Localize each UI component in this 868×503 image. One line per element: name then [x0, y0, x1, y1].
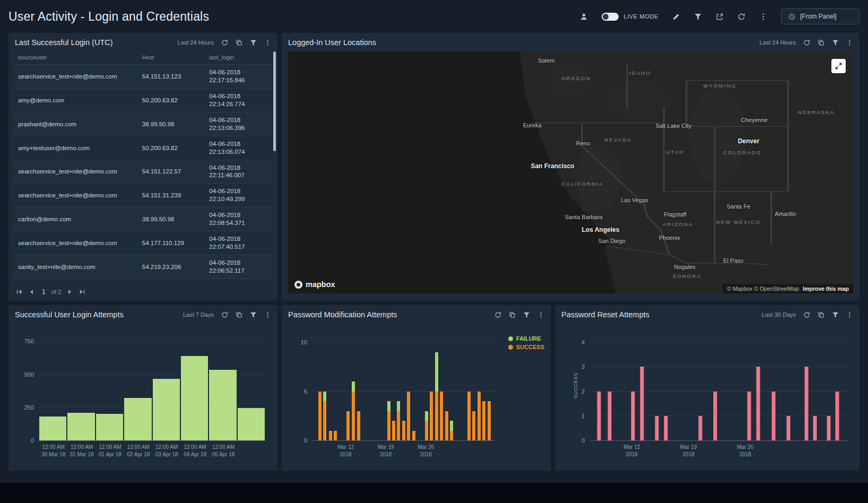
legend-dot	[508, 345, 513, 350]
copy-icon[interactable]	[236, 311, 242, 318]
kebab-menu-icon[interactable]	[759, 13, 767, 21]
bar-failure	[425, 411, 428, 421]
page-count: of 2	[51, 289, 61, 295]
toggle-knob	[603, 14, 609, 20]
bar	[771, 392, 775, 440]
filter-icon[interactable]	[250, 39, 257, 46]
refresh-icon[interactable]	[803, 39, 810, 46]
y-tick-label: 5	[304, 388, 307, 395]
kebab-menu-icon[interactable]	[846, 39, 853, 46]
table-header-row: sourceuserHostlast_login	[14, 50, 272, 65]
bar	[805, 367, 809, 440]
map-label: Los Angeles	[581, 226, 619, 233]
bar	[209, 370, 236, 440]
fullscreen-button[interactable]	[831, 59, 846, 73]
pagination: 1 of 2	[8, 283, 277, 301]
x-tick-label: Mar 192018	[377, 444, 394, 458]
bar-failure	[387, 401, 390, 411]
last-page-button[interactable]	[79, 289, 85, 295]
page-title: User Activity - Login and Credentials	[8, 10, 209, 24]
table-row[interactable]: carlton@demo.com38.99.50.9804-06-201822:…	[14, 207, 272, 231]
table-row[interactable]: searchservice_test+nite@demo.com54.151.1…	[14, 160, 272, 184]
refresh-icon[interactable]	[494, 311, 501, 318]
y-axis-title: SUCCESS	[572, 372, 578, 398]
y-tick-label: 750	[24, 338, 34, 344]
bar-failure	[352, 381, 355, 391]
next-page-button[interactable]	[67, 289, 73, 295]
kebab-menu-icon[interactable]	[264, 311, 271, 318]
bar-success	[478, 392, 481, 440]
copy-icon[interactable]	[818, 39, 824, 46]
scrollbar-thumb[interactable]	[273, 51, 276, 151]
user-icon[interactable]	[580, 13, 588, 21]
table-row[interactable]: sanity_test+nite@demo.com54.219.23.20604…	[14, 255, 272, 279]
prev-page-button[interactable]	[28, 289, 34, 295]
panel-time-range[interactable]: Last 30 Days	[762, 311, 796, 318]
time-range-selector[interactable]: [From Panel]	[781, 8, 860, 24]
gridline	[590, 415, 848, 416]
kebab-menu-icon[interactable]	[846, 311, 853, 318]
mapbox-logo[interactable]: mapbox	[294, 280, 335, 289]
refresh-icon[interactable]	[221, 311, 228, 318]
y-tick-label: 2	[581, 388, 585, 395]
last-login-cell: 04-06-201822:17:15.846	[205, 65, 272, 89]
filter-icon[interactable]	[832, 39, 839, 46]
panel-login-attempts: Successful User Login Attempts Last 7 Da…	[8, 305, 277, 471]
panel-title: Logged-In User Locations	[288, 38, 376, 47]
filter-icon[interactable]	[523, 311, 530, 318]
table-row[interactable]: searchservice_test+nite@demo.com54.151.3…	[14, 184, 272, 207]
bar-success	[440, 392, 443, 440]
copy-icon[interactable]	[236, 39, 242, 46]
panel-time-range[interactable]: Last 24 Hours	[178, 39, 214, 46]
last-login-cell: 04-06-201822:10:49.299	[205, 184, 272, 207]
last-login-cell: 04-06-201822:06:52.117	[205, 255, 272, 279]
table-row[interactable]: amy+testuser@demo.com50.200.63.8204-06-2…	[14, 136, 272, 160]
filter-icon[interactable]	[832, 311, 839, 318]
bar-success	[430, 392, 433, 440]
x-tick-label: 12:00 AM31 Mar 18	[70, 444, 94, 458]
bar	[748, 392, 751, 440]
kebab-menu-icon[interactable]	[264, 39, 271, 46]
column-header: Host	[138, 50, 205, 65]
mapbox-wordmark: mapbox	[306, 280, 335, 289]
bar-success	[488, 401, 491, 440]
panel-user-locations: Logged-In User Locations Last 24 Hours	[282, 33, 860, 301]
table-row[interactable]: amy@demo.com50.200.63.8204-06-201822:14:…	[14, 88, 272, 112]
last-login-cell: 04-06-201822:08:54.371	[205, 207, 272, 231]
panel-time-range[interactable]: Last 24 Hours	[760, 39, 796, 46]
attribution-text: © Mapbox © OpenStreetMap	[727, 285, 799, 292]
map-label: Cheyenne	[741, 117, 768, 123]
kebab-menu-icon[interactable]	[537, 311, 544, 318]
filter-icon[interactable]	[250, 311, 257, 318]
host-cell: 38.99.50.98	[138, 112, 205, 136]
first-page-button[interactable]	[16, 289, 22, 295]
panel-last-successful-login: Last Successful Login (UTC) Last 24 Hour…	[8, 33, 277, 301]
last-login-cell: 04-06-201822:14:26.774	[205, 88, 272, 112]
live-mode-group: LIVE MODE	[602, 13, 658, 21]
map-label: Nogales	[674, 264, 695, 270]
table-row[interactable]: searchservice_test+nite@demo.com54.177.1…	[14, 231, 272, 255]
refresh-icon[interactable]	[803, 311, 810, 318]
share-icon[interactable]	[716, 13, 724, 21]
refresh-icon[interactable]	[221, 39, 228, 46]
bar	[39, 417, 66, 440]
map-label: Phoenix	[659, 235, 680, 241]
map-canvas[interactable]: SalemOREGONIDAHOWYOMINGNEBRASKAEurekaSal…	[288, 51, 853, 293]
copy-icon[interactable]	[818, 311, 824, 318]
improve-map-link[interactable]: Improve this map	[803, 285, 849, 292]
panel-header: Last Successful Login (UTC) Last 24 Hour…	[8, 33, 277, 50]
filter-icon[interactable]	[694, 13, 702, 21]
table-row[interactable]: prashant@demo.com38.99.50.9804-06-201822…	[14, 112, 272, 136]
copy-icon[interactable]	[509, 311, 516, 318]
current-page[interactable]: 1	[42, 288, 46, 296]
live-mode-toggle[interactable]	[602, 13, 619, 21]
chart-legend: FAILURESUCCESS	[508, 335, 544, 350]
panel-time-range[interactable]: Last 7 Days	[183, 311, 214, 318]
refresh-icon[interactable]	[737, 13, 745, 21]
map-label: UTAH	[666, 149, 684, 155]
table-row[interactable]: searchservice_test+nite@demo.com54.151.1…	[14, 65, 272, 89]
bar-success	[450, 431, 453, 440]
login-table-body: sourceuserHostlast_login searchservice_t…	[8, 50, 277, 301]
x-tick-label: Mar 192018	[680, 444, 697, 458]
edit-icon[interactable]	[672, 13, 680, 21]
